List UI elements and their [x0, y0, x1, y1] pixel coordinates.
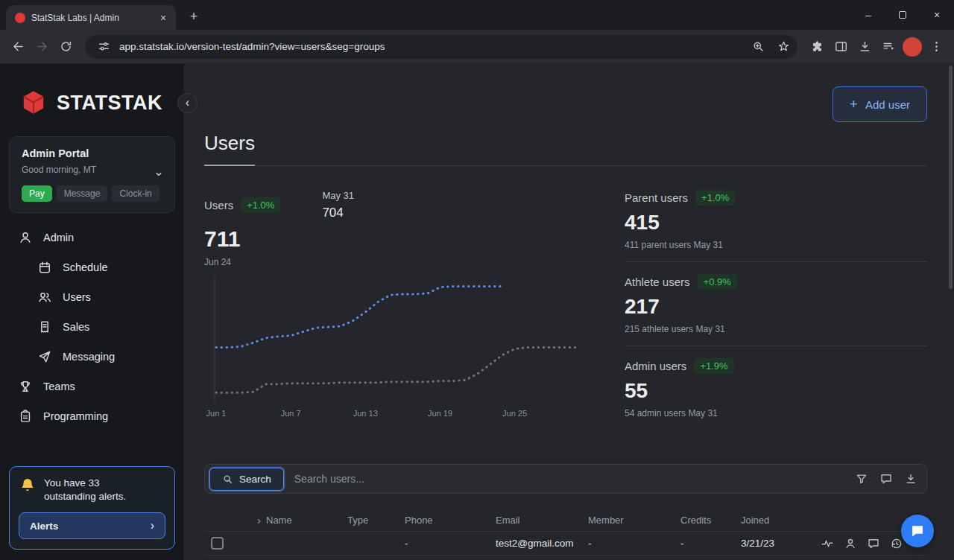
users-table: › Name Type Phone Email Member Credits J… [204, 509, 927, 560]
stat-value: 415 [625, 211, 927, 235]
zoom-icon[interactable] [748, 37, 768, 57]
plus-icon: + [850, 96, 858, 112]
svg-text:Jun 25: Jun 25 [502, 409, 527, 418]
page-title: Users [204, 132, 255, 166]
search-input[interactable] [284, 473, 855, 485]
column-header-credits[interactable]: Credits [680, 515, 741, 526]
users-stat: Users +1.0% May 31 704 711 Jun 24 Jun 1J… [204, 190, 625, 430]
column-header-phone[interactable]: Phone [405, 515, 496, 526]
chevron-down-icon[interactable]: ⌄ [154, 164, 164, 179]
users-stat-label: Users [204, 199, 233, 211]
row-checkbox[interactable] [211, 537, 224, 550]
stats-side-column: Parent users +1.0% 415 411 parent users … [625, 190, 927, 430]
site-info-icon[interactable] [94, 37, 113, 57]
table-row[interactable]: 11U Action… Parent (616) 165-1651 - 1 12… [204, 555, 927, 560]
stat-note: 54 admin users May 31 [625, 408, 927, 419]
clipboard-icon [18, 409, 33, 424]
column-header-type[interactable]: Type [347, 515, 405, 526]
cell-joined: 3/21/23 [741, 538, 816, 549]
new-tab-button[interactable]: + [183, 6, 204, 27]
window-close-button[interactable]: × [920, 0, 954, 30]
tab-close-icon[interactable]: × [157, 11, 170, 25]
column-header-email[interactable]: Email [496, 515, 588, 526]
sidebar-item-admin[interactable]: Admin [0, 223, 184, 252]
sidebar-item-sales[interactable]: Sales [0, 312, 184, 342]
reload-button[interactable] [54, 35, 78, 59]
alerts-button[interactable]: Alerts › [19, 512, 165, 539]
filter-icon[interactable] [855, 472, 868, 486]
tab-title: StatStak Labs | Admin [31, 13, 151, 23]
sidebar: STATSTAK ‹ Admin Portal Good morning, MT… [0, 63, 184, 560]
message-badge[interactable]: Message [57, 185, 108, 202]
svg-text:Jun 13: Jun 13 [353, 409, 378, 418]
portal-greeting: Good morning, MT [22, 165, 162, 175]
expand-rows-icon[interactable]: › [257, 514, 261, 526]
browser-window: StatStak Labs | Admin × + – × app.statst… [0, 0, 954, 560]
browser-toolbar: app.statstak.io/version-test/admin?view=… [0, 30, 954, 63]
stats-section: Users +1.0% May 31 704 711 Jun 24 Jun 1J… [204, 190, 927, 430]
extensions-icon[interactable] [805, 35, 829, 59]
downloads-icon[interactable] [853, 35, 876, 59]
column-header-member[interactable]: Member [588, 515, 680, 526]
users-stat-date: Jun 24 [204, 257, 625, 267]
message-icon[interactable] [879, 472, 893, 486]
alerts-button-label: Alerts [30, 521, 58, 532]
url-text[interactable]: app.statstak.io/version-test/admin?view=… [119, 41, 742, 52]
users-chart: Jun 1Jun 7Jun 13Jun 19Jun 25 [204, 270, 592, 419]
receipt-icon [37, 319, 52, 334]
download-icon[interactable] [904, 472, 917, 486]
browser-tab[interactable]: StatStak Labs | Admin × [6, 5, 176, 30]
address-bar[interactable]: app.statstak.io/version-test/admin?view=… [85, 35, 797, 59]
profile-icon[interactable] [844, 537, 857, 550]
users-delta-badge: +1.0% [241, 197, 280, 213]
back-button[interactable] [6, 35, 30, 59]
sidebar-item-label: Programming [43, 410, 108, 422]
logo[interactable]: STATSTAK [0, 63, 184, 117]
sidebar-item-messaging[interactable]: Messaging [0, 342, 184, 372]
logo-text: STATSTAK [57, 92, 162, 115]
sidebar-item-teams[interactable]: Teams [0, 372, 184, 401]
delta-badge: +0.9% [698, 274, 737, 290]
stat-label: Admin users [625, 360, 686, 372]
forward-button[interactable] [30, 35, 54, 59]
cell-phone: - [405, 538, 496, 549]
window-maximize-button[interactable] [885, 0, 920, 30]
stat-note: 411 parent users May 31 [625, 240, 927, 250]
compare-block: May 31 704 [322, 190, 354, 220]
portal-title: Admin Portal [22, 147, 162, 159]
sidebar-item-label: Messaging [63, 351, 115, 363]
search-icon [222, 474, 233, 485]
column-header-name[interactable]: Name [266, 515, 292, 526]
portal-card[interactable]: Admin Portal Good morning, MT ⌄ Pay Mess… [9, 136, 175, 213]
chat-widget-button[interactable] [901, 515, 934, 547]
cell-member: - [588, 538, 680, 549]
sidebar-collapse-button[interactable]: ‹ [177, 93, 198, 113]
column-header-joined[interactable]: Joined [741, 515, 816, 526]
table-body: - test2@gmail.com - - 3/21/23 [204, 531, 927, 560]
side-panel-icon[interactable] [829, 35, 853, 59]
menu-kebab-icon[interactable] [924, 35, 948, 59]
history-icon[interactable] [890, 537, 903, 550]
clockin-badge[interactable]: Clock-in [112, 185, 159, 202]
add-user-label: Add user [865, 98, 910, 111]
sidebar-item-label: Teams [43, 381, 75, 392]
stat-label: Parent users [625, 191, 688, 204]
sidebar-item-programming[interactable]: Programming [0, 401, 184, 431]
statstak-logo-icon [19, 89, 48, 117]
tab-strip: StatStak Labs | Admin × + – × [0, 0, 954, 30]
page-scrollbar[interactable] [949, 66, 953, 289]
sidebar-item-users[interactable]: Users [0, 282, 184, 312]
profile-avatar[interactable] [903, 37, 922, 57]
pay-badge[interactable]: Pay [22, 185, 52, 202]
table-row[interactable]: - test2@gmail.com - - 3/21/23 [204, 531, 927, 555]
search-button[interactable]: Search [209, 468, 284, 491]
sidebar-item-schedule[interactable]: Schedule [0, 252, 184, 282]
media-controls-icon[interactable] [876, 35, 900, 59]
window-minimize-button[interactable]: – [851, 0, 885, 30]
sidebar-item-label: Schedule [63, 261, 107, 273]
bookmark-star-icon[interactable] [774, 37, 793, 57]
message-icon[interactable] [867, 537, 880, 550]
add-user-button[interactable]: + Add user [833, 86, 927, 122]
activity-icon[interactable] [821, 537, 834, 550]
site-favicon-icon [15, 13, 25, 23]
